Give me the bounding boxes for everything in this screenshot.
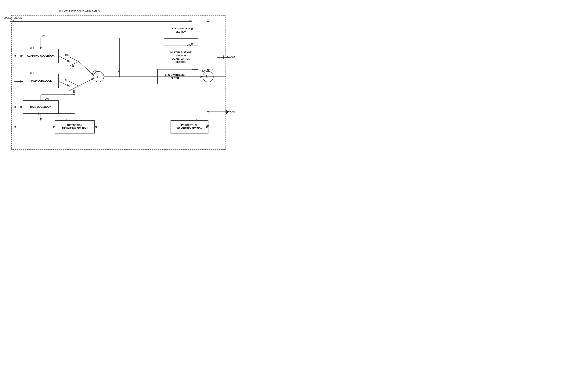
perceptual-weighting-block: PERCEPTUAL WEIGHTING SECTION bbox=[170, 120, 208, 133]
sum1-plus-sign: + bbox=[96, 74, 98, 78]
lpc-analysis-block: LPC ANALYSIS SECTION bbox=[164, 22, 198, 39]
gain-codebook-id: 105 bbox=[44, 99, 48, 101]
s11-label: S11 bbox=[12, 21, 16, 23]
distortion-minimizing-block: DISTORTION MINIMIZING SECTION bbox=[55, 120, 95, 133]
gain-codebook-block: GAIN CODEBOOK bbox=[23, 100, 59, 114]
perceptual-weighting-id: 111 bbox=[193, 118, 197, 121]
title-label: 100: CELP ENCODING APPARATUS bbox=[59, 10, 100, 13]
code-data-2-label: CODE DATA bbox=[230, 110, 235, 113]
mvqs-id: 102 bbox=[187, 44, 191, 46]
sum2-plus-sign: + bbox=[206, 74, 207, 78]
fixed-codebook-id: 104 bbox=[30, 72, 34, 74]
lpc-analysis-id: 101 bbox=[188, 20, 191, 22]
adaptive-codebook-block: ADAPTIVE CODEBOOK bbox=[23, 49, 59, 63]
speech-signal-label: SPEECH SIGNAL bbox=[4, 17, 22, 19]
adaptive-codebook-id: 103 bbox=[30, 47, 34, 49]
fixed-codebook-block: FIXED CODEBOOK bbox=[23, 74, 59, 88]
code-data-1-label: CODE DATA bbox=[230, 56, 235, 59]
lpc-synthesis-block: LPC SYNTHESIS FILTER bbox=[157, 69, 192, 84]
distortion-minimizing-id: 112 bbox=[64, 118, 68, 121]
lpc-synthesis-id: 109 bbox=[181, 67, 185, 70]
diagram: 100: CELP ENCODING APPARATUS SPEECH SIGN… bbox=[0, 0, 235, 156]
sum2-minus-sign-label: − bbox=[210, 77, 211, 80]
mvqs-block: MULTIPLE-STAGE VECTOR QUANTIZATION SECTI… bbox=[164, 45, 198, 70]
